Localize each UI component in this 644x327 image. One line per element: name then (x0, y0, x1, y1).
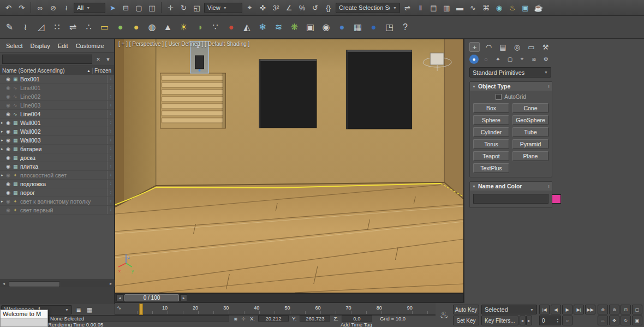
window-crossing-icon[interactable]: ◫ (146, 2, 158, 14)
pan-view-icon[interactable]: ✥ (609, 316, 619, 325)
go-to-end-icon[interactable]: ▶▶ (585, 305, 595, 314)
visibility-eye-icon[interactable]: ◉ (6, 207, 13, 213)
object-type-button[interactable]: Plane (512, 151, 548, 161)
scene-object-row[interactable]: ◉ ▦ плитка ⁞ (0, 162, 114, 171)
snowflake-icon[interactable]: ❄ (255, 20, 270, 34)
visibility-eye-icon[interactable]: ◉ (6, 85, 13, 91)
expand-arrow-icon[interactable]: ▸ (1, 199, 6, 204)
geometry-category-icon[interactable]: ● (469, 55, 479, 64)
orbit-icon[interactable]: ↻ (621, 316, 631, 325)
systems-category-icon[interactable]: ⚙ (541, 55, 551, 64)
align-icon[interactable]: ‖ (414, 2, 427, 14)
visibility-eye-icon[interactable]: ◉ (6, 181, 13, 187)
object-type-button[interactable]: Sphere (473, 115, 509, 125)
autogrid-checkbox[interactable] (496, 94, 502, 100)
select-and-link-icon[interactable]: ∞ (34, 2, 46, 14)
frozen-cell[interactable]: ⁞ (107, 118, 114, 127)
expand-arrow-icon[interactable]: ▸ (1, 173, 6, 177)
camera-object-icon[interactable]: ▣ (303, 20, 318, 34)
expand-arrow-icon[interactable]: ▸ (1, 129, 6, 134)
viewport-label[interactable]: [ + ] [ Perspective ] [ User Defined ] [… (118, 41, 249, 47)
space-warps-category-icon[interactable]: ≋ (529, 55, 539, 64)
welcome-window[interactable]: Welcome to M (0, 310, 48, 327)
clear-search-icon[interactable]: ✕ (94, 56, 102, 63)
absolute-mode-toggle-icon[interactable]: ⊹ (240, 316, 247, 322)
key-mode-toggle-icon[interactable]: ○ (562, 316, 573, 325)
frozen-cell[interactable]: ⁞ (107, 92, 114, 100)
object-type-button[interactable]: Cone (512, 103, 548, 113)
object-name-input[interactable] (473, 194, 548, 204)
key-back-icon[interactable]: ◂ (520, 316, 526, 325)
visibility-eye-icon[interactable]: ◉ (6, 199, 13, 204)
box-primitive-icon[interactable]: ▭ (97, 20, 112, 34)
visibility-eye-icon[interactable]: ◉ (6, 94, 13, 99)
frozen-cell[interactable]: ⁞ (107, 162, 114, 170)
menu-item[interactable]: Select (2, 41, 27, 50)
bind-to-space-warp-icon[interactable]: ≀ (60, 2, 73, 14)
z-coordinate-field[interactable]: 0,0 (342, 316, 372, 322)
select-and-move-icon[interactable]: ✛ (164, 2, 177, 14)
selection-lock-toggle-icon[interactable]: ◙ (232, 316, 239, 322)
visibility-eye-icon[interactable]: ◉ (6, 138, 13, 143)
object-type-button[interactable]: Cylinder (473, 127, 509, 137)
sun-light-icon[interactable]: ☀ (176, 20, 191, 34)
scene-object-row[interactable]: ◉ ∿ Line002 ⁞ (0, 92, 114, 101)
edit-named-selection-sets-icon[interactable]: {} (322, 2, 335, 14)
select-object-icon[interactable]: ➤ (106, 2, 119, 14)
frozen-cell[interactable]: ⁞ (107, 127, 114, 135)
array-tool-icon[interactable]: ∷ (50, 20, 64, 34)
frozen-cell[interactable]: ⁞ (107, 101, 114, 109)
schematic-view-icon[interactable]: ⌘ (480, 2, 492, 14)
object-color-swatch[interactable] (552, 194, 561, 204)
next-frame-button[interactable]: ▸ (180, 294, 187, 301)
primitive-category-dropdown[interactable]: Standard Primitives ▼ (469, 67, 551, 78)
undo-icon[interactable]: ↶ (2, 2, 15, 14)
window-1[interactable] (259, 59, 317, 128)
shaded-sphere-icon[interactable]: ◑ (192, 20, 207, 34)
render-production-icon[interactable]: ☕ (532, 2, 545, 14)
sphere-primitive-icon[interactable]: ● (129, 20, 144, 34)
selection-set-key-dropdown[interactable]: Selected ▼ (481, 305, 537, 314)
percent-snap-icon[interactable]: % (296, 2, 308, 14)
frame-spinner[interactable]: ▴▾ (557, 318, 558, 323)
redo-icon[interactable]: ↷ (15, 2, 28, 14)
frozen-cell[interactable]: ⁞ (107, 75, 114, 83)
spinner-snap-icon[interactable]: ↺ (309, 2, 321, 14)
frozen-cell[interactable]: ⁞ (107, 180, 114, 188)
play-animation-icon[interactable]: ▶ (562, 305, 573, 314)
rectangular-selection-region-icon[interactable]: ▢ (133, 2, 145, 14)
menu-item[interactable]: Edit (54, 41, 72, 50)
waves-icon[interactable]: ≋ (271, 20, 286, 34)
scene-object-row[interactable]: ▸ ◉ ▦ батареи ⁞ (0, 145, 114, 153)
object-type-rollout-header[interactable]: ▼ Object Type ⁞ (470, 82, 552, 91)
scene-object-row[interactable]: ▸ ◉ ▦ Wall002 ⁞ (0, 127, 114, 136)
zoom-all-icon[interactable]: ⊛ (609, 305, 619, 314)
name-column-header[interactable]: Name (Sorted Ascending) (2, 68, 85, 74)
name-color-rollout-header[interactable]: ▼ Name and Color ⁞ (470, 182, 552, 191)
scrollbar-thumb[interactable] (9, 281, 60, 287)
object-type-button[interactable]: Box (473, 103, 509, 113)
blue-sphere-icon[interactable]: ● (335, 20, 349, 34)
object-type-button[interactable]: TextPlus (473, 163, 509, 173)
scene-object-row[interactable]: ▸ ◉ ▦ Wall003 ⁞ (0, 136, 114, 145)
expand-arrow-icon[interactable]: ▸ (1, 138, 6, 142)
scrollbar-track[interactable] (8, 280, 107, 287)
frozen-cell[interactable]: ⁞ (107, 197, 114, 205)
shapes-category-icon[interactable]: ◌ (481, 55, 491, 64)
scene-object-row[interactable]: ◉ ▦ порог ⁞ (0, 188, 114, 197)
named-selection-set-dropdown[interactable]: Create Selection Se ▼ (336, 3, 400, 13)
material-editor-icon[interactable]: ◉ (493, 2, 505, 14)
utilities-tab-icon[interactable]: ⚒ (540, 42, 551, 52)
particles-icon[interactable]: ∵ (208, 20, 223, 34)
welcome-window-title[interactable]: Welcome to M (1, 310, 47, 319)
foliage-icon[interactable]: ❋ (287, 20, 302, 34)
visibility-eye-icon[interactable]: ◉ (6, 76, 13, 82)
mirror-icon[interactable]: ⇌ (401, 2, 414, 14)
visibility-eye-icon[interactable]: ◉ (6, 164, 13, 169)
wave-tool-icon[interactable]: ≀ (18, 20, 33, 34)
current-frame-field[interactable]: 0 ▴▾ (539, 316, 561, 325)
pyramid-object-icon[interactable]: ◭ (240, 20, 254, 34)
time-slider-handle[interactable]: 0 / 100 (124, 294, 179, 301)
add-time-tag[interactable]: Add Time Tag (341, 322, 372, 327)
capsule-primitive-icon[interactable]: ● (113, 20, 128, 34)
